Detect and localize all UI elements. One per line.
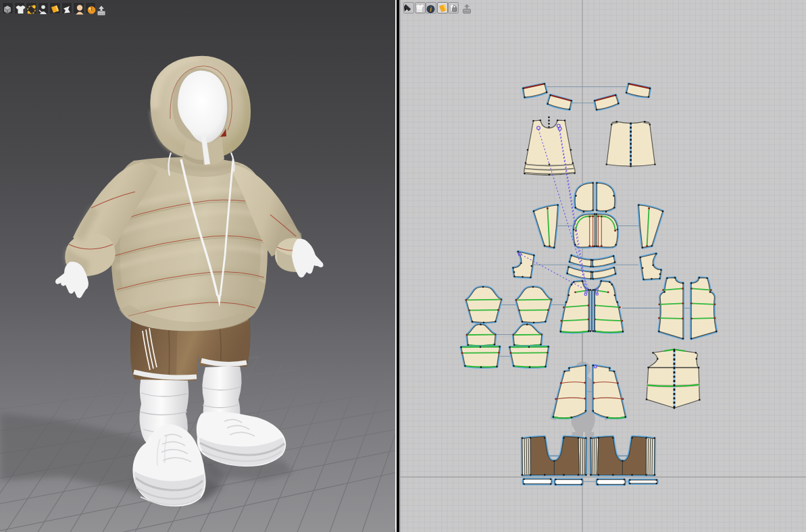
svg-text:i: i — [430, 6, 432, 13]
